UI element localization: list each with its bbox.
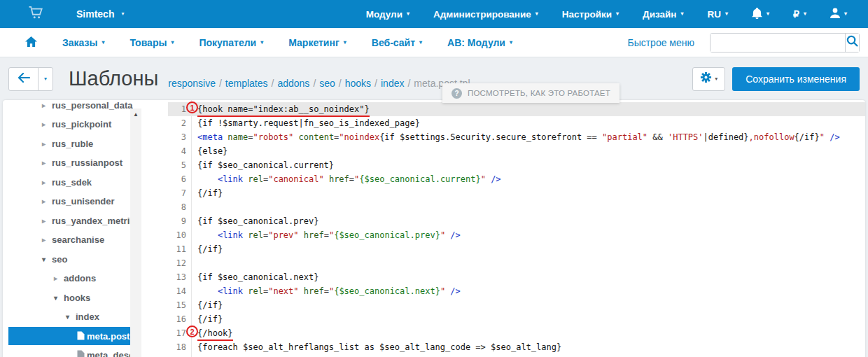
menu-label: Настройки [562, 9, 612, 20]
code-line-15[interactable]: 15{/if} [168, 298, 865, 312]
code-line-17[interactable]: 17{/hook}2 [168, 326, 865, 340]
chevron-down-icon: ▾ [804, 11, 806, 17]
line-number: 1 [168, 102, 186, 116]
page-title: Шаблоны [69, 67, 158, 90]
tree-item-rus-sdek[interactable]: ▸rus_sdek [3, 173, 133, 191]
code-line-7[interactable]: 7{/if} [168, 186, 865, 200]
currency-selector[interactable]: ₽▾ [793, 8, 806, 20]
tree-item-rus-ruble[interactable]: ▸rus_ruble [3, 134, 133, 153]
tree-item-label: rus_ruble [52, 139, 93, 149]
tree-item-hooks[interactable]: ▾hooks [3, 288, 133, 307]
nav-products[interactable]: Товары▾ [130, 37, 174, 48]
tree-item-label: seo [52, 254, 67, 265]
code-line-3[interactable]: 3<meta name="robots" content="noindex{if… [168, 130, 865, 144]
tree-item-label: addons [64, 273, 96, 284]
tree-item-meta-desc[interactable]: meta_desc [3, 346, 133, 357]
code-line-14[interactable]: 14 <link rel="next" href="{$seo_canonica… [168, 284, 865, 298]
nav-customers[interactable]: Покупатели▾ [199, 37, 263, 48]
menu-label: Администрирование [433, 9, 531, 20]
code-line-18[interactable]: 18{foreach $seo_alt_hreflangs_list as $s… [168, 340, 865, 354]
code-line-5[interactable]: 5{if $seo_canonical.current} [168, 158, 865, 172]
code-line-10[interactable]: 10 <link rel="prev" href="{$seo_canonica… [168, 228, 865, 242]
main-nav-items: Заказы▾ Товары▾ Покупатели▾ Маркетинг▾ В… [0, 36, 512, 49]
chevron-down-icon: ▾ [725, 11, 728, 17]
search-button[interactable] [845, 34, 859, 52]
nav-home[interactable] [25, 36, 37, 49]
line-number: 9 [168, 214, 186, 228]
breadcrumb-link-hooks[interactable]: hooks [345, 78, 371, 89]
tree-item-searchanise[interactable]: ▸searchanise [3, 231, 133, 249]
tree-item-index[interactable]: ▾index [3, 308, 133, 326]
chevron-down-icon: ▾ [715, 76, 718, 82]
tooltip-text: ПОСМОТРЕТЬ, КАК ЭТО РАБОТАЕТ [468, 89, 610, 97]
quick-menu-link[interactable]: Быстрое меню [627, 37, 694, 48]
nav-label: Веб-сайт [372, 37, 415, 48]
breadcrumb-link-templates[interactable]: templates [225, 78, 268, 89]
tree-item-rus-unisender[interactable]: ▸rus_unisender [3, 192, 133, 211]
back-button[interactable] [9, 68, 38, 90]
line-number: 10 [168, 228, 186, 242]
tree-item-label: searchanise [52, 234, 104, 245]
topbar-menu-design[interactable]: Дизайн▾ [643, 9, 683, 20]
tree-item-rus-personal-data[interactable]: ▸rus_personal_data [3, 100, 133, 114]
tree-item-label: rus_pickpoint [52, 119, 111, 130]
tree-item-rus-russianpost[interactable]: ▸rus_russianpost [3, 154, 133, 172]
topbar-menu-settings[interactable]: Настройки▾ [562, 9, 619, 20]
gear-button[interactable]: ▾ [692, 67, 725, 91]
tree-item-rus-pickpoint[interactable]: ▸rus_pickpoint [3, 115, 133, 134]
tree-item-seo[interactable]: ▾seo [3, 250, 133, 268]
breadcrumb-separator: / [374, 78, 377, 89]
code-line-1[interactable]: 1{hook name="index:ab__so_noindex"}1 [168, 102, 865, 116]
annotation-underline: {hook name="index:ab__so_noindex"} [197, 104, 370, 117]
user-account-menu[interactable]: ▾ [830, 8, 847, 20]
nav-label: АВ: Модули [447, 37, 505, 48]
chevron-down-icon: ▾ [844, 11, 847, 17]
chevron-down-icon: ▾ [766, 11, 769, 17]
code-text: <link rel="canonical" href="{$seo_canoni… [197, 172, 501, 186]
line-number: 15 [168, 298, 186, 312]
breadcrumb-separator: / [219, 78, 222, 89]
nav-website[interactable]: Веб-сайт▾ [372, 37, 422, 48]
code-editor[interactable]: 1{hook name="index:ab__so_noindex"}12{if… [168, 100, 865, 357]
breadcrumb-link-index[interactable]: index [381, 78, 404, 89]
code-line-4[interactable]: 4{else} [168, 144, 865, 158]
tree-item-addons[interactable]: ▸addons [3, 270, 133, 288]
code-text: {/if} [197, 242, 223, 256]
code-line-11[interactable]: 11{/if} [168, 242, 865, 256]
tree-item-meta-post-tpl[interactable]: meta.post.tpl [3, 327, 133, 345]
code-line-16[interactable]: 16{/if} [168, 312, 865, 326]
back-button-group: ▾ [8, 67, 53, 91]
nav-marketing[interactable]: Маркетинг▾ [288, 37, 346, 48]
tree-scrollbar[interactable]: ▲ [130, 108, 141, 357]
caret-down-icon: ▾ [42, 255, 52, 263]
code-line-8[interactable]: 8 [168, 200, 865, 214]
chevron-down-icon: ▾ [536, 11, 538, 17]
topbar-menu-administration[interactable]: Администрирование▾ [433, 9, 538, 20]
search-icon [846, 35, 858, 50]
language-selector[interactable]: RU▾ [708, 9, 729, 20]
tree-item-label: rus_yandex_metrika [52, 216, 133, 226]
breadcrumb-link-addons[interactable]: addons [277, 78, 309, 89]
nav-ab-modules[interactable]: АВ: Модули▾ [447, 37, 512, 48]
tree-item-label: index [76, 312, 99, 322]
line-number: 13 [168, 270, 186, 284]
search-input[interactable] [710, 34, 845, 52]
code-line-2[interactable]: 2{if !$smarty.request|fn_seo_is_indexed_… [168, 116, 865, 130]
back-dropdown-button[interactable]: ▾ [38, 68, 52, 90]
nav-orders[interactable]: Заказы▾ [62, 37, 104, 48]
breadcrumb-link-responsive[interactable]: responsive [168, 78, 216, 89]
topbar-menu-modules[interactable]: Модули▾ [366, 9, 410, 20]
code-text: {hook name="index:ab__so_noindex"} [197, 102, 370, 116]
nav-label: Заказы [62, 37, 97, 48]
code-line-9[interactable]: 9{if $seo_canonical.prev} [168, 214, 865, 228]
breadcrumb-link-seo[interactable]: seo [319, 78, 335, 89]
code-line-12[interactable]: 12 [168, 256, 865, 270]
save-changes-button[interactable]: Сохранить изменения [732, 67, 860, 91]
code-line-6[interactable]: 6 <link rel="canonical" href="{$seo_cano… [168, 172, 865, 186]
code-text: {/hook} [197, 326, 233, 340]
code-line-13[interactable]: 13{if $seo_canonical.next} [168, 270, 865, 284]
annotation-marker-2: 2 [186, 326, 198, 337]
tree-item-rus-yandex-metrika[interactable]: ▸rus_yandex_metrika [3, 211, 133, 230]
store-brand-menu[interactable]: Simtech ▾ [0, 6, 124, 22]
notifications-menu[interactable]: ▾ [752, 8, 769, 21]
